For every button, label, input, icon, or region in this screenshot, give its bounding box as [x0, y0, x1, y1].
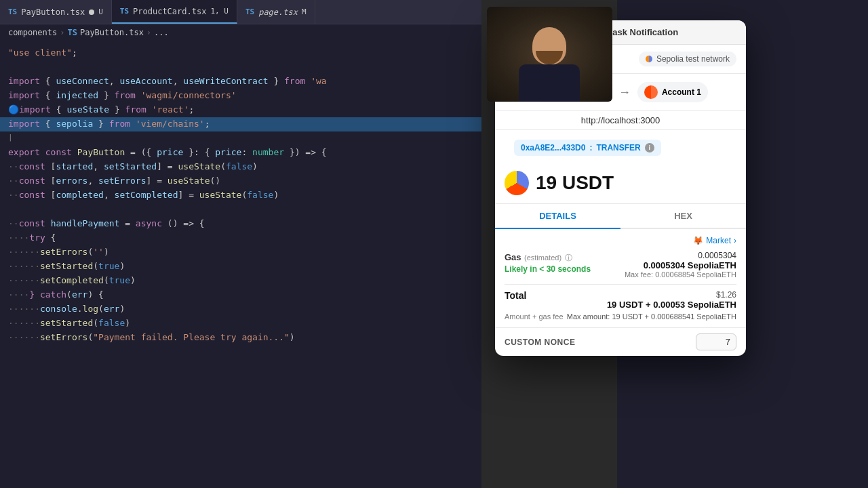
market-label: Market	[706, 236, 731, 245]
code-area: "use client"; import { useConnect, useAc…	[0, 41, 481, 350]
max-fee-row: Max fee: 0.00068854 SepoliaETH	[625, 270, 736, 279]
amount-text: 19 USDT	[536, 172, 614, 194]
ts-badge-2: TS	[120, 7, 129, 16]
to-account-label: Account 1	[662, 87, 701, 97]
webcam-view	[487, 7, 612, 102]
network-name: Sepolia test network	[656, 54, 730, 64]
url-text: http://localhost:3000	[581, 115, 660, 125]
mm-url-bar: http://localhost:3000	[495, 111, 746, 130]
code-line-seterrors: ······setErrors('')	[0, 245, 481, 260]
nonce-row: CUSTOM NONCE	[495, 327, 746, 356]
total-crypto: 19 USDT + 0.00053 SepoliaETH	[607, 300, 736, 310]
mm-tabs: DETAILS HEX	[495, 204, 746, 229]
tab-name-paybutton: PayButton.tsx	[21, 7, 85, 17]
code-line-import1: import { useConnect, useAccount, useWrit…	[0, 75, 481, 89]
gas-info-icon[interactable]: ⓘ	[565, 253, 572, 262]
tab-productcard[interactable]: TS ProductCard.tsx 1, U	[112, 0, 237, 24]
mm-details: 🦊 Market › Gas (estimated) ⓘ Likely in <…	[495, 229, 746, 327]
tab-bar: TS PayButton.tsx U TS ProductCard.tsx 1,…	[0, 0, 481, 24]
contract-section: 0xaA8E2...433D0 : TRANSFER i	[495, 130, 746, 165]
to-account-pill[interactable]: Account 1	[637, 82, 708, 102]
code-line-errors: ··const [errors, setErrors] = useState()	[0, 174, 481, 188]
max-amount-value: 19 USDT + 0.000688541 SepoliaETH	[612, 312, 736, 321]
code-line-setcompleted: ······setCompleted(true)	[0, 274, 481, 288]
person-body	[519, 64, 580, 102]
max-fee-label: Max fee:	[625, 270, 653, 279]
tab-hex[interactable]: HEX	[620, 204, 746, 229]
divider	[505, 284, 736, 285]
nonce-input[interactable]	[696, 333, 736, 350]
transfer-arrow-icon: →	[618, 85, 631, 100]
gas-value-col: 0.0005304 0.0005304 SepoliaETH Max fee: …	[625, 251, 736, 279]
breadcrumb-components: components	[8, 28, 57, 37]
code-line-consolelog: ······console.log(err)	[0, 302, 481, 317]
network-dot-icon	[646, 56, 652, 62]
info-icon[interactable]: i	[645, 143, 654, 152]
nonce-label: CUSTOM NONCE	[505, 338, 575, 347]
account1-icon	[644, 85, 658, 99]
code-line-started: ··const [started, setStarted] = useState…	[0, 160, 481, 174]
code-line-setstartedfalse: ······setStarted(false)	[0, 317, 481, 331]
tab-page[interactable]: TS page.tsx M	[237, 0, 315, 24]
breadcrumb-file: PayButton.tsx	[80, 28, 144, 37]
code-line-import2: import { injected } from 'wagmi/connecto…	[0, 89, 481, 103]
market-chevron-icon: ›	[734, 236, 736, 245]
amount-fee-right: Max amount: 19 USDT + 0.000688541 Sepoli…	[567, 312, 736, 321]
usdt-icon	[505, 171, 529, 195]
gas-value-main: 0.0005304 SepoliaETH	[625, 260, 736, 270]
code-line-handlepayment: ··const handlePayment = async () => {	[0, 217, 481, 231]
ts-badge: TS	[8, 7, 17, 16]
tab-name-productcard: ProductCard.tsx	[133, 7, 206, 16]
max-amount-label: Max amount:	[567, 312, 610, 321]
code-line-blank-3	[0, 203, 481, 217]
contract-action: TRANSFER	[596, 143, 640, 152]
person-silhouette	[509, 27, 590, 102]
code-line-import4-highlighted: import { sepolia } from 'viem/chains';	[0, 117, 481, 131]
code-line-setstarted: ······setStarted(true)	[0, 260, 481, 274]
total-label: Total	[505, 290, 526, 301]
gas-estimated-label: (estimated)	[524, 253, 561, 262]
contract-colon: :	[589, 143, 592, 152]
modified-u-2: 1, U	[210, 7, 229, 16]
tab-name-page: page.tsx	[258, 7, 298, 17]
gas-label: Gas	[505, 252, 521, 262]
max-fee-value: 0.00068854 SepoliaETH	[655, 270, 736, 279]
code-line-blank-2: |	[0, 131, 481, 146]
modified-dot	[89, 9, 94, 15]
contract-address: 0xaA8E2...433D0	[521, 143, 585, 152]
total-usd: $1.26	[607, 290, 736, 300]
gas-likely-text: Likely in < 30 seconds	[505, 264, 591, 274]
total-row: Total $1.26 19 USDT + 0.00053 SepoliaETH	[505, 290, 736, 310]
market-link[interactable]: 🦊 Market ›	[505, 236, 736, 245]
mm-amount-row: 19 USDT	[495, 165, 746, 204]
total-right: $1.26 19 USDT + 0.00053 SepoliaETH	[607, 290, 736, 310]
contract-badge[interactable]: 0xaA8E2...433D0 : TRANSFER i	[514, 140, 661, 156]
code-line-blank-1	[0, 60, 481, 75]
gas-left: Gas (estimated) ⓘ Likely in < 30 seconds	[505, 251, 591, 274]
code-line-seterrorsmsg: ······setErrors("Payment failed. Please …	[0, 331, 481, 345]
tab-details[interactable]: DETAILS	[495, 204, 620, 229]
ts-badge-3: TS	[245, 7, 254, 16]
gas-row: Gas (estimated) ⓘ Likely in < 30 seconds…	[505, 251, 736, 279]
code-line-catch: ····} catch(err) {	[0, 288, 481, 302]
network-badge[interactable]: Sepolia test network	[639, 52, 736, 66]
tab-paybutton[interactable]: TS PayButton.tsx U	[0, 0, 112, 24]
person-beard	[536, 51, 563, 64]
modified-m: M	[302, 7, 307, 16]
gas-value-small: 0.0005304	[625, 251, 736, 260]
fox-icon: 🦊	[693, 236, 703, 245]
code-editor: TS PayButton.tsx U TS ProductCard.tsx 1,…	[0, 0, 481, 488]
modified-u: U	[98, 7, 103, 16]
code-line-1: "use client";	[0, 46, 481, 60]
code-line-try: ····try {	[0, 231, 481, 245]
amount-fee-row: Amount + gas fee Max amount: 19 USDT + 0…	[505, 312, 736, 321]
amount-fee-label: Amount + gas fee	[505, 312, 564, 321]
person-head	[532, 27, 566, 64]
code-line-export: export const PayButton = ({ price }: { p…	[0, 146, 481, 160]
code-line-completed: ··const [completed, setCompleted] = useS…	[0, 188, 481, 203]
code-line-import3: 🔵import { useState } from 'react';	[0, 103, 481, 117]
breadcrumb: components › TS PayButton.tsx › ...	[0, 24, 481, 41]
